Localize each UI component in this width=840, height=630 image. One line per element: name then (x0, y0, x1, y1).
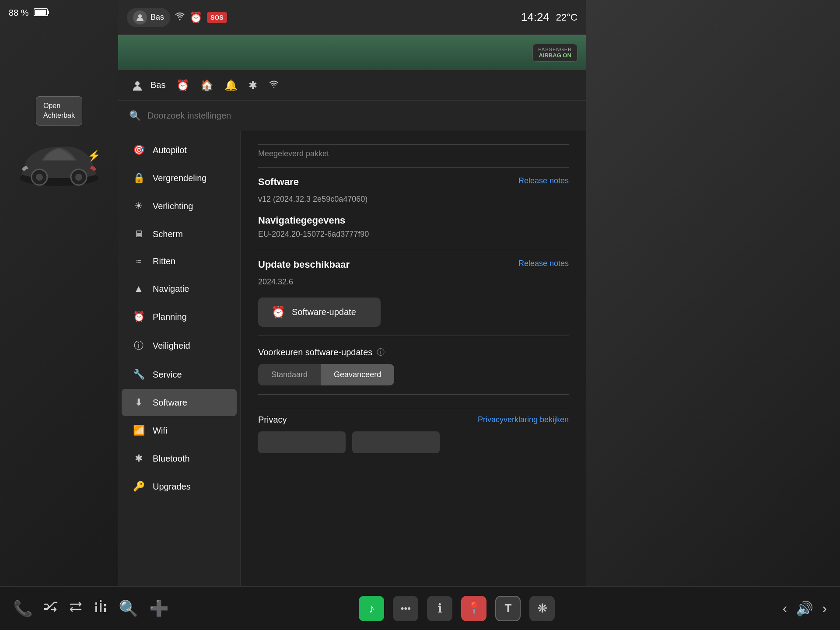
divider-bottom (258, 336, 569, 336)
update-header-row: Update beschikbaar Release notes (258, 259, 569, 274)
sidebar-item-navigatie[interactable]: ▲ Navigatie (122, 275, 237, 302)
spotify-app-icon[interactable]: ♪ (359, 596, 384, 621)
sidebar-item-verlichting[interactable]: ☀ Verlichting (122, 192, 237, 220)
header-alarm-icon: ⏰ (176, 79, 189, 91)
svg-point-7 (36, 174, 43, 181)
sidebar-item-service[interactable]: 🔧 Service (122, 361, 237, 388)
pref-info-icon[interactable]: ⓘ (377, 347, 385, 357)
svg-point-3 (138, 14, 142, 18)
vergrendeling-icon: 🔒 (133, 172, 145, 184)
pref-title-row: Voorkeuren software-updates ⓘ (258, 347, 569, 357)
sidebar-item-autopilot[interactable]: 🎯 Autopilot (122, 136, 237, 164)
svg-rect-13 (95, 602, 97, 605)
equalizer-icon[interactable] (94, 599, 108, 618)
verlichting-label: Verlichting (153, 201, 193, 211)
autopilot-label: Autopilot (153, 145, 187, 155)
left-panel: Open Achterbak ⚡ (0, 88, 118, 204)
taskbar-center-apps: ♪ ••• ℹ 📍 T ❋ (140, 596, 774, 621)
wifi-label: Wifi (153, 426, 167, 436)
privacy-buttons-area (258, 431, 569, 453)
upgrades-icon: 🔑 (133, 481, 145, 492)
software-version: v12 (2024.32.3 2e59c0a47060) (258, 195, 569, 204)
bluetooth-label: Bluetooth (153, 454, 190, 464)
map-app-icon[interactable]: 📍 (461, 596, 486, 621)
wifi-status-icon (175, 12, 185, 23)
veiligheid-icon: ⓘ (133, 339, 145, 352)
charging-icon: ⚡ (88, 150, 101, 162)
update-release-notes-link[interactable]: Release notes (518, 259, 569, 268)
svg-rect-12 (104, 608, 106, 612)
sidebar-item-upgrades[interactable]: 🔑 Upgrades (122, 473, 237, 500)
airbag-label: PASSENGER (538, 47, 572, 52)
car-silhouette: ⚡ (11, 134, 107, 196)
sos-badge[interactable]: SOS (207, 12, 227, 23)
profile-avatar-icon (133, 10, 147, 24)
pref-geavanceerd-button[interactable]: Geavanceerd (321, 364, 394, 385)
software-release-notes-link[interactable]: Release notes (518, 176, 569, 186)
autopilot-icon: 🎯 (133, 144, 145, 156)
car-svg (11, 134, 107, 196)
profile-button[interactable]: Bas (127, 8, 170, 27)
privacy-section: Privacy Privacyverklaring bekijken (258, 408, 569, 453)
prev-track-button[interactable]: ‹ (783, 600, 788, 616)
software-header-row: Software Release notes (258, 176, 569, 191)
airbag-status: AIRBAG ON (539, 52, 571, 59)
header-profile-area: Bas (131, 79, 165, 91)
airbag-badge: PASSENGER AIRBAG ON (532, 44, 578, 62)
bluetooth-nav-icon: ✱ (133, 453, 145, 464)
sidebar-item-software[interactable]: ⬇ Software (122, 389, 237, 416)
taskbar-right-controls: ‹ 🔊 › (783, 600, 827, 617)
svg-rect-2 (35, 10, 46, 15)
privacy-btn-2[interactable] (352, 431, 440, 453)
tesla-app-icon[interactable]: T (495, 596, 521, 621)
vergrendeling-label: Vergrendeling (153, 173, 206, 183)
navigation-section-title: Navigatiegegevens (258, 215, 569, 226)
sidebar-item-planning[interactable]: ⏰ Planning (122, 303, 237, 330)
apps-grid-icon[interactable]: ❋ (529, 596, 555, 621)
ritten-icon: ≈ (133, 256, 145, 266)
sidebar-item-vergrendeling[interactable]: 🔒 Vergrendeling (122, 164, 237, 192)
sidebar-item-scherm[interactable]: 🖥 Scherm (122, 220, 237, 248)
info-app-icon[interactable]: ℹ (427, 596, 452, 621)
svg-point-9 (75, 174, 82, 181)
volume-button[interactable]: 🔊 (796, 600, 813, 617)
preference-toggle-group: Standaard Geavanceerd (258, 364, 394, 385)
svg-rect-10 (95, 606, 97, 612)
pref-standaard-button[interactable]: Standaard (258, 364, 321, 385)
verlichting-icon: ☀ (133, 200, 145, 212)
status-bar: Bas ⏰ SOS 14:24 22°C (118, 0, 586, 35)
next-track-button[interactable]: › (822, 600, 827, 616)
sidebar-item-wifi[interactable]: 📶 Wifi (122, 417, 237, 444)
scherm-icon: 🖥 (133, 228, 145, 240)
update-alarm-icon: ⏰ (271, 305, 285, 319)
header-bluetooth-icon: ✱ (248, 79, 257, 91)
menu-app-icon[interactable]: ••• (393, 596, 418, 621)
sidebar-item-bluetooth[interactable]: ✱ Bluetooth (122, 445, 237, 472)
phone-icon[interactable]: 📞 (13, 599, 33, 618)
shuffle-icon[interactable] (44, 601, 58, 616)
open-trunk-button[interactable]: Open Achterbak (36, 96, 82, 126)
planning-icon: ⏰ (133, 311, 145, 322)
software-icon: ⬇ (133, 397, 145, 408)
update-version: 2024.32.6 (258, 277, 569, 287)
privacy-link[interactable]: Privacyverklaring bekijken (478, 415, 569, 424)
scherm-label: Scherm (153, 229, 183, 239)
svg-rect-14 (100, 600, 102, 602)
header-bell-icon: 🔔 (224, 79, 238, 91)
header-profile-icon (131, 79, 144, 91)
repeat-icon[interactable] (69, 601, 83, 616)
ritten-label: Ritten (153, 256, 175, 266)
update-section-title: Update beschikbaar (258, 259, 350, 270)
search-input[interactable] (147, 111, 575, 121)
update-section: Update beschikbaar Release notes 2024.32… (258, 259, 569, 287)
navigation-section: Navigatiegegevens EU-2024.20-15072-6ad37… (258, 215, 569, 239)
header-username: Bas (150, 80, 165, 90)
sidebar-item-veiligheid[interactable]: ⓘ Veiligheid (122, 331, 237, 360)
software-update-button[interactable]: ⏰ Software-update (258, 298, 381, 327)
privacy-btn-1[interactable] (258, 431, 346, 453)
map-strip: PASSENGER AIRBAG ON (118, 35, 586, 70)
navigatie-label: Navigatie (153, 284, 189, 294)
sidebar-item-ritten[interactable]: ≈ Ritten (122, 248, 237, 274)
search-taskbar-icon[interactable]: 🔍 (119, 599, 138, 618)
divider-top (258, 167, 569, 168)
